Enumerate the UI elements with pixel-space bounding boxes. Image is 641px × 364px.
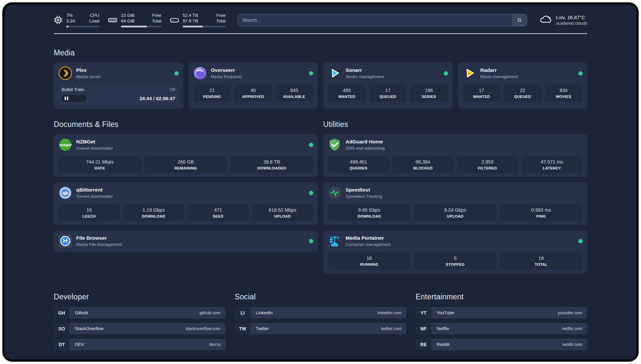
svg-text:qb: qb [62, 191, 69, 196]
stat-box: 47.571 msLATENCY [521, 156, 583, 173]
stat-box: 21PENDING [193, 84, 231, 102]
system-stats: 7%CPU 3.24Load 22 GiBFree 64 GiBTotal [54, 13, 226, 27]
qbittorrent-card[interactable]: qb qBittorrent Torrent downloader 16LEEC… [54, 182, 318, 225]
cpu-label: CPU [90, 13, 99, 18]
link-dev[interactable]: DT DEV dev.to [54, 339, 226, 350]
qbittorrent-desc: Torrent downloader [76, 194, 305, 199]
stat-box: 40APPROVED [234, 84, 272, 102]
link-reddit[interactable]: RE Reddit reddit.com [415, 339, 587, 350]
plex-desc: Media server [76, 74, 170, 79]
adguard-desc: DNS and adblocking [346, 145, 583, 151]
cpu-load-label: Load [89, 18, 99, 24]
nzbget-card[interactable]: nzbget NZBGet Usenet downloader 744.21 M… [54, 134, 318, 177]
sonarr-icon [328, 66, 342, 80]
link-youtube[interactable]: YT YouTube youtube.com [415, 307, 587, 318]
adguard-card[interactable]: AdGuard Home DNS and adblocking 498,461Q… [323, 134, 587, 177]
disk-stat: 52.4 TBFree 97.9 TBTotal [170, 13, 226, 27]
stat-box: 0.993 msPING [500, 204, 583, 221]
memory-progress-bar [121, 26, 161, 27]
search-input[interactable] [238, 14, 512, 26]
stat-box: 1.19 GbpsDOWNLOAD [123, 204, 185, 221]
overseerr-card[interactable]: Overseerr Media Requests 21PENDING 40APP… [189, 62, 318, 109]
status-dot-online [309, 143, 313, 147]
link-tag: YT [415, 307, 431, 318]
status-dot-online [578, 239, 583, 243]
cloud-icon [539, 13, 552, 27]
radarr-desc: Movie management [480, 74, 575, 79]
pause-icon [65, 97, 68, 100]
link-netflix[interactable]: NF Netflix netflix.com [415, 323, 587, 334]
memory-total-value: 64 GiB [121, 18, 135, 24]
stat-box: 86,384BLOCKED [392, 156, 454, 173]
qbittorrent-icon: qb [58, 186, 72, 200]
sonarr-desc: Series management [346, 74, 440, 79]
portainer-desc: Container management [346, 242, 574, 247]
speedtest-card[interactable]: Speedtest Speedtest Tracking 9.65 GbpsDO… [323, 182, 587, 225]
developer-section-title: Developer [54, 292, 226, 301]
speedtest-desc: Speedtest Tracking [346, 194, 583, 199]
plex-now-playing: Bullet Train 24:44 / 02:06:47 [58, 84, 179, 105]
disk-total-value: 97.9 TB [183, 18, 198, 24]
search-engine-button[interactable]: G [512, 14, 527, 26]
plex-card[interactable]: Plex Media server Bullet Train [54, 62, 183, 109]
now-playing-title: Bullet Train [62, 87, 84, 92]
sonarr-name: Sonarr [346, 67, 440, 73]
disk-icon [170, 16, 179, 24]
stat-box: 17QUEUED [369, 84, 407, 102]
status-dot-online [578, 71, 583, 76]
overseerr-name: Overseerr [211, 67, 305, 73]
link-stackoverflow[interactable]: SO StackOverflow stackoverflow.com [54, 323, 226, 334]
speedtest-name: Speedtest [346, 187, 583, 193]
stat-box: 2,953FILTERED [457, 156, 518, 173]
stat-box: 9.65 GbpsDOWNLOAD [328, 204, 411, 221]
nzbget-desc: Usenet downloader [76, 145, 305, 151]
cpu-usage-value: 7% [66, 13, 73, 18]
qbittorrent-name: qBittorrent [76, 187, 305, 193]
status-dot-online [309, 71, 313, 76]
status-dot-online [309, 191, 313, 195]
link-twitter[interactable]: TW Twitter twitter.com [235, 323, 407, 334]
cpu-load-value: 3.24 [66, 18, 75, 24]
portainer-card[interactable]: Media Portainer Container management 16R… [323, 230, 587, 273]
link-tag: TW [235, 323, 251, 334]
stat-box: 16RUNNING [328, 252, 411, 269]
cpu-stat: 7%CPU 3.24Load [54, 13, 99, 27]
weather-location-temp: Lviv, 16.87°C [556, 14, 587, 20]
filebrowser-card[interactable]: File Browser Media File Management [54, 230, 318, 252]
radarr-card[interactable]: Radarr Movie management 17WANTED 22QUEUE… [458, 62, 588, 109]
memory-free-value: 22 GiB [121, 13, 135, 18]
section-media: Media Plex Media server Bullet Train [54, 48, 587, 109]
weather-condition: scattered clouds [556, 20, 587, 26]
status-dot-online [444, 71, 448, 76]
dashboard-panel: 7%CPU 3.24Load 22 GiBFree 64 GiBTotal [2, 2, 639, 362]
disk-free-value: 52.4 TB [183, 13, 198, 18]
overseerr-icon [193, 66, 207, 80]
link-tag: RE [415, 339, 431, 350]
adguard-icon [328, 138, 342, 152]
portainer-name: Media Portainer [346, 235, 574, 241]
stat-box: 17WANTED [463, 84, 501, 102]
stat-box: 39.6 TBDOWNLOADED [230, 156, 313, 173]
social-section-title: Social [235, 292, 407, 301]
top-bar: 7%CPU 3.24Load 22 GiBFree 64 GiBTotal [54, 13, 587, 27]
link-github[interactable]: GH Github github.com [54, 307, 226, 318]
radarr-icon [463, 66, 476, 80]
radarr-name: Radarr [480, 67, 575, 73]
stat-box: 744.21 MbpsRATE [58, 156, 141, 173]
section-utilities: Utilities AdGuard Home DNS and adblockin… [323, 120, 587, 273]
stat-box: 834MOVIES [545, 84, 583, 102]
section-developer: Developer GH Github github.com SO StackO… [54, 292, 226, 350]
link-linkedin[interactable]: LI LinkedIn linkedin.com [235, 307, 407, 318]
nzbget-icon: nzbget [58, 138, 72, 152]
stat-box: 266 GBREMAINING [144, 156, 228, 173]
sonarr-card[interactable]: Sonarr Series management 485WANTED 17QUE… [323, 62, 453, 109]
section-documents: Documents & Files nzbget NZBGet Usenet d… [54, 120, 318, 252]
section-social: Social LI LinkedIn linkedin.com TW Twitt… [235, 292, 407, 334]
playback-progress [62, 95, 87, 102]
weather-widget: Lviv, 16.87°C scattered clouds [539, 13, 587, 27]
topbar-divider [54, 33, 587, 34]
memory-stat: 22 GiBFree 64 GiBTotal [108, 13, 161, 27]
stat-box: 471SEED [187, 204, 249, 221]
entertainment-section-title: Entertainment [415, 292, 587, 301]
utilities-section-title: Utilities [323, 120, 587, 129]
